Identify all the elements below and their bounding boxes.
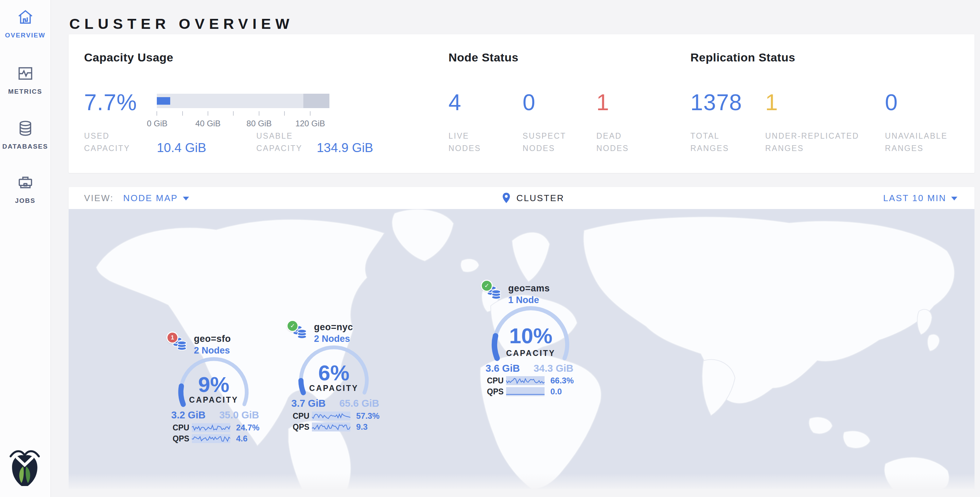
usable-capacity-value: 134.9 GiB (317, 141, 373, 155)
capacity-label: CAPACITY (490, 349, 572, 358)
suspect-nodes-label: SUSPECTNODES (523, 130, 566, 155)
sidebar-item-label: OVERVIEW (0, 32, 51, 39)
axis-tick (310, 111, 310, 116)
suspect-nodes-count: 0 (523, 89, 536, 115)
live-node-badge: ✓ (286, 320, 299, 332)
map-pin-icon (502, 192, 511, 204)
sidebar-item-label: JOBS (0, 197, 51, 205)
sidebar-item-overview[interactable]: OVERVIEW (0, 8, 51, 39)
capacity-bar-reserved (303, 94, 329, 108)
capacity-percent: 10% (490, 323, 572, 348)
locality-marker-sfo[interactable]: 1 geo=sfo 2 Nodes 9% CAPACITY (166, 329, 260, 448)
dead-nodes-count: 1 (597, 89, 609, 115)
axis-tick-label: 80 GiB (247, 119, 271, 128)
dead-node-badge: 1 (166, 331, 178, 344)
view-dropdown[interactable]: NODE MAP (123, 193, 189, 203)
used-capacity-label: USED CAPACITY (84, 130, 130, 155)
qps-row: QPS 0.0 (487, 387, 574, 397)
used-value: 3.2 GiB (171, 409, 205, 421)
sidebar: OVERVIEW METRICS DATABASES (0, 0, 51, 497)
qps-value: 0.0 (550, 387, 562, 397)
cpu-row: CPU 24.7% (173, 423, 260, 432)
capacity-bar (157, 94, 329, 108)
live-nodes-label: LIVENODES (449, 130, 481, 155)
chevron-down-icon (183, 197, 189, 201)
total-value: 34.3 GiB (534, 363, 573, 374)
unavailable-ranges-count: 0 (885, 89, 898, 115)
unavailable-ranges-label: UNAVAILABLERANGES (885, 130, 947, 155)
cpu-row: CPU 66.3% (487, 376, 574, 385)
axis-tick (182, 111, 183, 116)
cpu-sparkline (192, 423, 230, 432)
qps-row: QPS 9.3 (293, 422, 380, 432)
capacity-values: 3.7 GiB 65.6 GiB (291, 398, 379, 409)
sidebar-item-databases[interactable]: DATABASES (0, 119, 51, 150)
axis-tick-label: 40 GiB (195, 119, 220, 128)
metrics-icon (0, 65, 51, 82)
cluster-overview-page: OVERVIEW METRICS DATABASES (0, 0, 980, 497)
total-value: 35.0 GiB (219, 409, 259, 421)
jobs-icon (0, 174, 51, 191)
used-value: 3.6 GiB (485, 363, 520, 374)
usable-capacity-label: USABLE CAPACITY (256, 130, 302, 155)
sidebar-item-jobs[interactable]: JOBS (0, 174, 51, 205)
home-icon (0, 8, 51, 26)
cpu-value: 24.7% (236, 423, 259, 432)
live-node-badge: ✓ (481, 280, 493, 292)
sidebar-item-label: DATABASES (0, 143, 51, 150)
under-replicated-ranges-count: 1 (765, 89, 778, 115)
capacity-values: 3.6 GiB 34.3 GiB (485, 363, 573, 374)
cpu-sparkline (312, 411, 350, 421)
cpu-row: CPU 57.3% (293, 411, 380, 421)
capacity-percent: 6% (296, 360, 372, 385)
page-title: CLUSTER OVERVIEW (69, 16, 294, 32)
capacity-usage-title: Capacity Usage (84, 51, 173, 64)
time-range-dropdown[interactable]: LAST 10 MIN (883, 187, 957, 209)
under-replicated-ranges-label: UNDER-REPLICATEDRANGES (765, 130, 859, 155)
replication-status-title: Replication Status (690, 51, 795, 64)
qps-sparkline (506, 387, 544, 396)
total-ranges-count: 1378 (690, 89, 742, 115)
total-value: 65.6 GiB (339, 398, 379, 409)
qps-value: 4.6 (236, 434, 247, 443)
view-selector: VIEW: NODE MAP (84, 187, 189, 209)
total-ranges-label: TOTALRANGES (690, 130, 729, 155)
capacity-label: CAPACITY (296, 384, 372, 393)
qps-sparkline (192, 434, 230, 443)
locality-name: geo=sfo (194, 334, 231, 344)
used-capacity-value: 10.4 GiB (157, 141, 206, 155)
breadcrumb[interactable]: CLUSTER (502, 187, 565, 209)
cluster-summary-panel: Capacity Usage 7.7% 0 GiB 40 GiB 80 GiB … (68, 34, 975, 173)
axis-tick (233, 111, 234, 116)
breadcrumb-cluster: CLUSTER (516, 193, 565, 203)
sidebar-item-label: METRICS (0, 88, 51, 96)
map-toolbar: VIEW: NODE MAP CLUSTER LAST 10 MIN (68, 187, 975, 209)
axis-tick-label: 0 GiB (147, 119, 167, 128)
live-nodes-count: 4 (449, 89, 461, 115)
chevron-down-icon (951, 197, 957, 201)
dead-nodes-label: DEADNODES (597, 130, 629, 155)
cpu-value: 66.3% (550, 376, 574, 385)
qps-sparkline (312, 422, 350, 432)
capacity-percent: 9% (176, 372, 251, 397)
capacity-percent: 7.7% (84, 89, 137, 115)
databases-icon (0, 119, 51, 137)
qps-row: QPS 4.6 (173, 434, 260, 443)
capacity-label: CAPACITY (176, 395, 251, 405)
node-map: 1 geo=sfo 2 Nodes 9% CAPACITY (68, 209, 975, 489)
locality-marker-ams[interactable]: ✓ geo=ams 1 Node 10% CAPACITY (481, 274, 574, 398)
axis-tick (156, 111, 157, 116)
axis-tick (259, 111, 259, 116)
capacity-bar-used (157, 97, 170, 105)
used-value: 3.7 GiB (291, 398, 326, 409)
qps-value: 9.3 (356, 422, 368, 432)
capacity-values: 3.2 GiB 35.0 GiB (171, 409, 259, 421)
locality-name: geo=ams (508, 283, 550, 294)
axis-tick (284, 111, 285, 116)
locality-marker-nyc[interactable]: ✓ geo=nyc 2 Nodes 6% CAPACITY (286, 317, 380, 436)
view-label: VIEW: (84, 193, 114, 203)
axis-tick-label: 120 GiB (296, 119, 325, 128)
sidebar-item-metrics[interactable]: METRICS (0, 65, 51, 96)
cpu-sparkline (506, 376, 544, 385)
locality-name: geo=nyc (314, 322, 353, 333)
